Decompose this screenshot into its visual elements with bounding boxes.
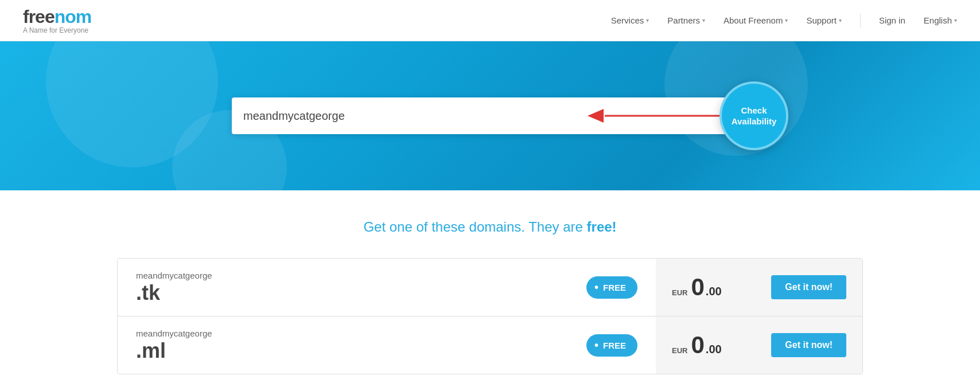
main-content: Get one of these domains. They are free!… bbox=[0, 190, 980, 391]
logo-text: freenom bbox=[23, 6, 91, 28]
section-title-prefix: Get one of these domains. They are bbox=[363, 219, 586, 234]
domain-table: meandmycatgeorge .tk FREE EUR 0 .00 Get … bbox=[117, 258, 863, 374]
table-row: meandmycatgeorge .ml FREE EUR 0 .00 Get … bbox=[118, 316, 862, 374]
logo-nom-part: nom bbox=[55, 6, 92, 27]
free-badge: FREE bbox=[586, 334, 637, 357]
chevron-down-icon: ▾ bbox=[785, 17, 788, 24]
get-it-now-button[interactable]: Get it now! bbox=[771, 275, 846, 299]
free-badge: FREE bbox=[586, 276, 637, 299]
section-title-bold: free! bbox=[587, 219, 617, 234]
price-currency: EUR bbox=[672, 346, 687, 355]
navbar: freenom A Name for Everyone Services ▾ P… bbox=[0, 0, 980, 41]
hero-section: CheckAvailability bbox=[0, 41, 980, 190]
language-selector[interactable]: English ▾ bbox=[924, 15, 957, 25]
get-it-now-button[interactable]: Get it now! bbox=[771, 333, 846, 357]
nav-item-partners[interactable]: Partners ▾ bbox=[667, 15, 705, 25]
price-currency: EUR bbox=[672, 288, 687, 297]
nav-support-label: Support bbox=[806, 15, 837, 25]
nav-item-support[interactable]: Support ▾ bbox=[806, 15, 842, 25]
chevron-down-icon: ▾ bbox=[702, 17, 705, 24]
price-decimal: .00 bbox=[706, 343, 722, 355]
price-integer: 0 bbox=[691, 333, 704, 357]
domain-badge-area: FREE bbox=[568, 276, 656, 299]
logo-tagline: A Name for Everyone bbox=[23, 26, 91, 34]
domain-price-area: EUR 0 .00 Get it now! bbox=[656, 259, 862, 316]
price-decimal: .00 bbox=[706, 286, 722, 297]
nav-divider bbox=[860, 14, 861, 28]
price-display: EUR 0 .00 bbox=[672, 333, 722, 357]
check-btn-text: CheckAvailability bbox=[732, 105, 777, 127]
domain-extension: .tk bbox=[136, 281, 550, 304]
chevron-down-icon: ▾ bbox=[954, 17, 957, 24]
svg-marker-1 bbox=[588, 109, 604, 123]
chevron-down-icon: ▾ bbox=[839, 17, 842, 24]
section-title: Get one of these domains. They are free! bbox=[57, 219, 923, 235]
check-availability-button[interactable]: CheckAvailability bbox=[720, 81, 788, 150]
table-row: meandmycatgeorge .tk FREE EUR 0 .00 Get … bbox=[118, 259, 862, 316]
domain-badge-area: FREE bbox=[568, 334, 656, 357]
language-label: English bbox=[924, 15, 952, 25]
logo-free-part: free bbox=[23, 6, 55, 27]
domain-price-area: EUR 0 .00 Get it now! bbox=[656, 316, 862, 374]
logo[interactable]: freenom A Name for Everyone bbox=[23, 6, 91, 34]
nav-item-services[interactable]: Services ▾ bbox=[611, 15, 650, 25]
nav-item-about[interactable]: About Freenom ▾ bbox=[724, 15, 788, 25]
nav-services-label: Services bbox=[611, 15, 644, 25]
domain-base-name: meandmycatgeorge bbox=[136, 271, 550, 280]
domain-info: meandmycatgeorge .tk bbox=[118, 259, 568, 316]
search-box bbox=[232, 97, 748, 134]
arrow-indicator bbox=[588, 105, 737, 126]
nav-links: Services ▾ Partners ▾ About Freenom ▾ Su… bbox=[611, 14, 957, 28]
search-input[interactable] bbox=[243, 110, 581, 123]
chevron-down-icon: ▾ bbox=[646, 17, 649, 24]
domain-base-name: meandmycatgeorge bbox=[136, 329, 550, 338]
signin-link[interactable]: Sign in bbox=[879, 15, 905, 25]
price-integer: 0 bbox=[691, 275, 704, 299]
search-wrapper: CheckAvailability bbox=[232, 97, 748, 134]
nav-about-label: About Freenom bbox=[724, 15, 783, 25]
nav-partners-label: Partners bbox=[667, 15, 700, 25]
arrow-icon bbox=[588, 105, 737, 126]
price-display: EUR 0 .00 bbox=[672, 275, 722, 299]
domain-extension: .ml bbox=[136, 339, 550, 362]
domain-info: meandmycatgeorge .ml bbox=[118, 317, 568, 374]
